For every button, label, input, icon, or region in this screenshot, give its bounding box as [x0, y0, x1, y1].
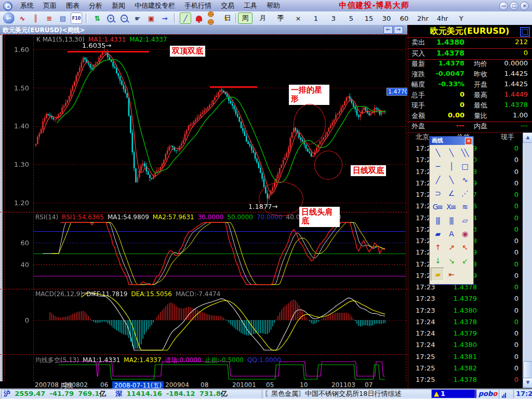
period-1[interactable]: 1: [309, 14, 323, 23]
close-button[interactable]: ×: [520, 2, 529, 10]
scroll-down-icon[interactable]: ▼: [523, 378, 532, 388]
app-logo-icon[interactable]: [3, 2, 12, 11]
annotation-circle-head-shoulders[interactable]: [259, 182, 303, 216]
arrow-nw-tool[interactable]: ↖: [458, 241, 471, 254]
cycle-lines-tool[interactable]: |||: [431, 214, 444, 227]
menu-item-3[interactable]: 图表: [61, 1, 84, 10]
arrow-ne-tool[interactable]: ↗: [444, 241, 458, 254]
fan-lines-tool[interactable]: ⋰: [458, 187, 471, 200]
arrow-down-tool[interactable]: ↓: [431, 254, 444, 268]
menu-item-5[interactable]: 新闻: [107, 1, 130, 10]
annotation-stars-box[interactable]: 一排的星形: [289, 85, 329, 105]
gann-lines-tool[interactable]: ≋: [458, 200, 471, 214]
menu-item-6[interactable]: 中信建投专栏: [130, 1, 180, 10]
line-chart-icon[interactable]: ∿: [17, 12, 28, 24]
draw-line-icon[interactable]: ╱: [180, 12, 191, 24]
candlestick-chart-icon[interactable]: ║: [30, 12, 42, 24]
arrow-se-tool[interactable]: ↘: [444, 254, 458, 268]
annotation-circle-double-bottom[interactable]: [314, 151, 342, 180]
period-15[interactable]: 15: [362, 14, 376, 23]
horizontal-line-tool[interactable]: ─: [431, 159, 444, 173]
percent-lines-tool[interactable]: X≡: [444, 200, 458, 214]
sh-amount: 769.1: [78, 390, 99, 397]
menu-item-9[interactable]: 工具: [239, 1, 262, 10]
quote-list-icon[interactable]: ≡: [44, 12, 55, 24]
period-60[interactable]: 60: [397, 14, 411, 23]
palette-close-icon[interactable]: ×: [465, 138, 472, 145]
period-4hr[interactable]: 4hr: [434, 14, 451, 23]
scroll-up-icon[interactable]: ▲: [523, 132, 532, 143]
ray-tool[interactable]: ╱: [431, 173, 444, 187]
news-ticker[interactable]: 〖黑色金属〗中国不锈钢交易所18日行情综述: [262, 389, 433, 398]
annotation-head-shoulders-box[interactable]: 日线头肩底: [299, 207, 340, 227]
annotation-double-top-box[interactable]: 双顶双底: [170, 46, 205, 57]
rectangle-tool[interactable]: □: [458, 159, 471, 173]
restore-pane-icon[interactable]: [520, 27, 530, 37]
channel-tool[interactable]: ▱: [458, 214, 471, 227]
eraser-tool[interactable]: ▰: [431, 268, 444, 281]
menu-item-7[interactable]: 手机行情: [180, 1, 216, 10]
macd-panel[interactable]: [33, 289, 406, 354]
export-icon[interactable]: →: [159, 12, 170, 24]
segment-tool[interactable]: ╲: [444, 173, 458, 187]
annotation-daily-double-bottom-box[interactable]: 日线双底: [351, 165, 386, 176]
annotation-resistance-line-2[interactable]: [210, 86, 257, 88]
menu-item-4[interactable]: 分析: [84, 1, 107, 10]
prev-page-icon[interactable]: ←: [383, 26, 393, 34]
period-30[interactable]: 30: [379, 14, 394, 23]
period-×[interactable]: ×: [291, 14, 305, 23]
period-2hr[interactable]: 2hr: [415, 14, 431, 23]
fibo-time-tool[interactable]: |||: [444, 214, 458, 227]
panel-separator: [0, 34, 407, 35]
period-季[interactable]: 季: [273, 12, 288, 24]
menu-item-1[interactable]: 系统: [16, 1, 38, 10]
drawing-toolbar[interactable]: 画线 × ╲╲╲╲─│□╱╲∿⊃∠⋰G≡X≡≋||||||▱▰A◉↑↗↖↓↘↙▰…: [429, 136, 474, 285]
ask-price: 1.4380: [428, 38, 464, 46]
arrow-sw-tool[interactable]: ↙: [458, 254, 471, 268]
alarm-icon[interactable]: [193, 12, 205, 24]
report-icon[interactable]: ▤: [57, 12, 69, 24]
menu-item-8[interactable]: 交易: [216, 1, 239, 10]
zoom-in-icon[interactable]: +: [105, 12, 116, 24]
gann-angle-tool[interactable]: ∠: [444, 187, 458, 200]
zoom-out-icon[interactable]: −: [118, 12, 130, 24]
text-tool[interactable]: A: [444, 227, 458, 241]
vertical-line-tool[interactable]: │: [444, 159, 458, 173]
arrow-up-tool[interactable]: ↑: [431, 241, 444, 254]
restore-button[interactable]: □: [510, 2, 518, 10]
ma-long-short-panel[interactable]: [33, 354, 406, 381]
parallel-lines-tool[interactable]: ╲╲: [458, 146, 471, 159]
web-tool[interactable]: ◉: [458, 227, 471, 241]
refresh-icon[interactable]: ⇅: [91, 12, 103, 24]
candlestick-chart[interactable]: [33, 34, 406, 212]
minimize-button[interactable]: —: [499, 2, 508, 10]
annotation-resistance-line[interactable]: [68, 51, 149, 52]
regression-tool[interactable]: ▰: [431, 227, 444, 241]
back-icon[interactable]: ←: [3, 12, 15, 24]
community-icon[interactable]: ☻☻: [207, 12, 218, 24]
period-月[interactable]: 月: [256, 12, 270, 24]
window-cascade-icon[interactable]: ▣: [145, 12, 157, 24]
period-日[interactable]: 日: [220, 12, 235, 24]
trend-line-tool[interactable]: ╲: [431, 146, 444, 159]
menu-item-2[interactable]: 页面: [38, 1, 61, 10]
f10-icon[interactable]: F10: [71, 12, 82, 24]
period-周[interactable]: 周: [238, 12, 252, 24]
trend-segment-tool[interactable]: ╲: [444, 146, 458, 159]
tape-scrollbar[interactable]: ▲ ▼: [523, 132, 532, 387]
alert-indicator[interactable]: ▲1: [431, 389, 477, 398]
period-3[interactable]: 3: [326, 14, 341, 23]
period-5[interactable]: 5: [344, 14, 358, 23]
arc-tool[interactable]: ⊃: [431, 187, 444, 200]
drag-hand-icon[interactable]: ☛: [132, 12, 143, 24]
scroll-thumb[interactable]: [523, 361, 532, 379]
golden-section-tool[interactable]: G≡: [431, 200, 444, 214]
curve-tool[interactable]: ∿: [458, 173, 471, 187]
menu-item-10[interactable]: 帮助: [262, 1, 285, 10]
status-bar: 沪 2559.47 -41.79 769.1亿 深 11414.16 -184.…: [0, 389, 532, 399]
rsi-panel[interactable]: [33, 212, 406, 289]
annotation-circle-stars[interactable]: [294, 104, 326, 144]
period-Y[interactable]: Y: [454, 14, 469, 23]
list-tool[interactable]: ⇤: [444, 268, 458, 281]
next-page-icon[interactable]: →: [394, 26, 403, 34]
